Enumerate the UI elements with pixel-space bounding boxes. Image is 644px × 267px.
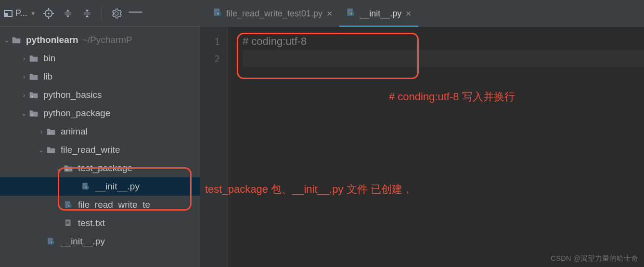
python-file-icon (46, 237, 58, 246)
python-file-icon (81, 182, 92, 191)
tree-item-lib[interactable]: › lib (0, 67, 200, 86)
chevron-down-icon[interactable]: ⌄ (37, 146, 46, 154)
folder-icon (29, 72, 40, 81)
folder-icon (12, 36, 23, 44)
svg-rect-20 (66, 222, 69, 223)
tree-item-test-package[interactable]: ⌄ test_package (0, 159, 200, 177)
tree-label: bin (43, 53, 55, 64)
annotation-text-2: test_package 包、__init__.py 文件 已创建， (205, 182, 413, 197)
package-icon (46, 127, 58, 136)
annotation-text-1: # conding:utf-8 写入并换行 (389, 90, 515, 104)
text-file-icon (64, 219, 75, 227)
svg-rect-19 (66, 221, 69, 222)
line-number: 1 (200, 33, 228, 50)
divider (102, 7, 102, 20)
minimize-icon[interactable]: — (129, 4, 142, 18)
project-icon (4, 10, 13, 17)
code-line-2 (243, 50, 644, 67)
python-file-icon (64, 200, 75, 209)
tree-label: python_package (43, 108, 110, 119)
tree-label: python_basics (43, 90, 102, 100)
chevron-down-icon[interactable]: ⌄ (19, 109, 29, 117)
chevron-right-icon[interactable]: › (37, 128, 46, 135)
folder-icon (29, 54, 40, 63)
svg-rect-18 (65, 220, 71, 227)
package-icon (64, 164, 75, 173)
tree-item-bin[interactable]: › bin (0, 49, 200, 67)
tree-label: file_read_write (61, 145, 120, 155)
package-icon (29, 91, 40, 99)
tree-item-file-rw-test[interactable]: file_read_write_te (0, 196, 200, 214)
code-editor[interactable]: # coding:utf-8 (228, 27, 644, 267)
tree-label: lib (43, 71, 52, 82)
tree-item-animal[interactable]: › animal (0, 122, 200, 141)
svg-rect-21 (66, 223, 68, 224)
chevron-right-icon[interactable]: › (19, 54, 29, 62)
chevron-right-icon[interactable]: › (19, 73, 29, 80)
tree-label: __init__.py (61, 236, 105, 247)
tree-label: test_package (78, 163, 132, 174)
tree-label: __init__.py (95, 181, 140, 192)
dropdown-icon: ▼ (30, 10, 36, 17)
close-icon[interactable]: ✕ (405, 9, 412, 18)
python-file-icon (213, 8, 222, 20)
svg-point-10 (31, 96, 33, 97)
tab-init-py[interactable]: __init__.py ✕ (339, 0, 418, 27)
target-icon[interactable] (42, 7, 55, 20)
gutter: 1 2 (200, 27, 228, 267)
editor-area: 1 2 # coding:utf-8 (200, 27, 644, 267)
tree-item-python-package[interactable]: ⌄ python_package (0, 104, 200, 122)
chevron-down-icon[interactable]: ⌄ (54, 164, 64, 172)
tree-label: pythonlearn (26, 35, 78, 45)
editor-tabs: file_read_write_test01.py ✕ __init__.py … (200, 0, 644, 27)
tab-label: __init__.py (360, 9, 401, 19)
svg-point-1 (48, 13, 49, 14)
svg-point-12 (49, 133, 50, 134)
svg-point-11 (31, 114, 33, 116)
tree-root-pythonlearn[interactable]: ⌄ pythonlearn ~/PycharmP (0, 31, 200, 49)
tree-label: test.txt (78, 218, 105, 228)
tab-file-read-write-test01[interactable]: file_read_write_test01.py ✕ (206, 0, 339, 27)
chevron-right-icon[interactable]: › (19, 91, 29, 99)
watermark: CSDN @渴望力量的哈士奇 (551, 254, 638, 263)
expand-all-icon[interactable] (61, 7, 75, 20)
code-line-1: # coding:utf-8 (243, 33, 644, 50)
project-label: P... (15, 8, 27, 18)
python-file-icon (346, 8, 356, 20)
project-selector[interactable]: P... ▼ (4, 8, 36, 18)
folder-icon (46, 146, 58, 154)
tree-item-python-basics[interactable]: › python_basics (0, 86, 200, 104)
tree-label: file_read_write_te (78, 200, 150, 210)
gear-icon[interactable] (110, 7, 123, 20)
tree-path: ~/PycharmP (82, 35, 132, 45)
tree-item-test-txt[interactable]: test.txt (0, 214, 200, 232)
project-tree: ⌄ pythonlearn ~/PycharmP › bin › lib › p… (0, 27, 200, 267)
chevron-down-icon[interactable]: ⌄ (2, 36, 12, 44)
collapse-all-icon[interactable] (80, 7, 94, 20)
line-number: 2 (200, 50, 228, 67)
package-icon (29, 109, 40, 118)
tab-label: file_read_write_test01.py (226, 9, 322, 19)
svg-point-13 (66, 169, 67, 171)
tree-item-file-read-write[interactable]: ⌄ file_read_write (0, 141, 200, 159)
tree-label: animal (61, 126, 88, 137)
close-icon[interactable]: ✕ (326, 9, 333, 18)
tree-item-pkg-init[interactable]: __init__.py (0, 232, 200, 251)
tree-item-init-py-selected[interactable]: __init__.py (0, 177, 200, 196)
